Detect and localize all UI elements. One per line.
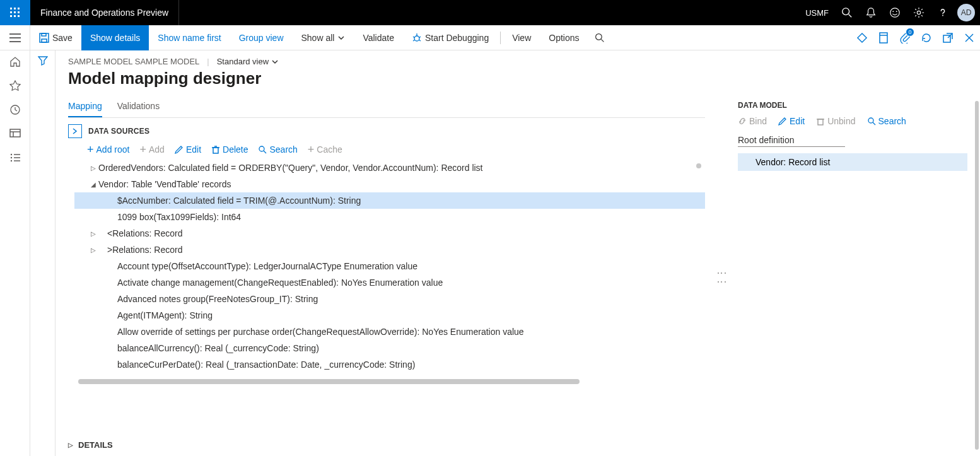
svg-point-9 <box>843 8 849 15</box>
search-button[interactable]: Search <box>258 144 297 155</box>
action-search-button[interactable] <box>588 25 611 50</box>
sidebar-modules-button[interactable] <box>9 151 21 164</box>
popout-button[interactable] <box>937 25 959 50</box>
page-title: Model mapping designer <box>68 69 967 88</box>
feedback-button[interactable] <box>883 0 907 25</box>
search-button[interactable] <box>835 0 859 25</box>
pin-button[interactable] <box>851 25 873 50</box>
nav-toggle-button[interactable] <box>0 25 30 50</box>
svg-rect-1 <box>14 8 16 9</box>
svg-line-26 <box>413 40 415 41</box>
page-scrollbar[interactable] <box>975 101 979 450</box>
options-menu-button[interactable]: Options <box>540 25 588 50</box>
svg-rect-38 <box>10 129 20 137</box>
close-button[interactable] <box>959 25 980 50</box>
details-section-toggle[interactable]: ▷ DETAILS <box>68 433 705 456</box>
svg-line-10 <box>849 15 852 18</box>
svg-rect-4 <box>14 11 16 13</box>
horizontal-scrollbar[interactable] <box>78 379 580 384</box>
chevron-right-icon <box>73 128 78 134</box>
save-icon <box>39 33 49 43</box>
global-header: Finance and Operations Preview USMF AD <box>0 0 980 25</box>
funnel-icon <box>38 56 48 66</box>
edit-button[interactable]: Edit <box>778 116 805 126</box>
page-options-button[interactable] <box>873 25 894 50</box>
sidebar-home-button[interactable] <box>9 56 21 68</box>
save-label: Save <box>52 33 73 43</box>
svg-rect-52 <box>818 119 823 125</box>
svg-point-28 <box>595 33 602 40</box>
view-selector[interactable]: Standard view <box>217 57 279 66</box>
tab-validations[interactable]: Validations <box>117 97 160 117</box>
tree-node[interactable]: balanceAllCurrency(): Real (_currencyCod… <box>74 340 705 356</box>
svg-line-29 <box>601 39 604 42</box>
svg-point-45 <box>10 160 11 161</box>
waffle-icon <box>10 8 20 18</box>
attachments-button[interactable]: 0 <box>894 25 916 50</box>
sidebar-favorites-button[interactable] <box>9 79 21 92</box>
edit-button[interactable]: Edit <box>175 144 201 155</box>
user-avatar[interactable]: AD <box>957 4 975 21</box>
start-debugging-label: Start Debugging <box>425 33 489 43</box>
svg-line-51 <box>264 151 266 153</box>
tree-indicator-icon <box>696 163 701 168</box>
close-icon <box>964 33 974 43</box>
tree-node[interactable]: ◢Vendor: Table 'VendTable' records <box>74 176 705 192</box>
data-model-item[interactable]: Vendor: Record list <box>738 153 967 171</box>
show-all-button[interactable]: Show all <box>293 25 354 50</box>
filter-bar <box>30 50 55 456</box>
data-sources-tree: ▷OrderedVendors: Calculated field = ORDE… <box>68 160 705 384</box>
app-launcher-button[interactable] <box>0 0 30 25</box>
tree-node[interactable]: 1099 box(Tax1099Fields): Int64 <box>74 209 705 225</box>
tree-node[interactable]: balanceCurPerDate(): Real (_transactionD… <box>74 356 705 373</box>
show-name-first-button[interactable]: Show name first <box>149 25 230 50</box>
filter-button[interactable] <box>38 56 48 456</box>
svg-rect-31 <box>880 33 887 43</box>
validate-button[interactable]: Validate <box>354 25 403 50</box>
start-debugging-button[interactable]: Start Debugging <box>403 25 498 50</box>
trash-icon <box>816 117 825 126</box>
tree-node[interactable]: Advanced notes group(FreeNotesGroup_IT):… <box>74 291 705 307</box>
tree-node[interactable]: Agent(ITMAgent): String <box>74 307 705 324</box>
refresh-button[interactable] <box>916 25 937 50</box>
pane-splitter[interactable]: ⋮⋮ <box>718 97 725 456</box>
company-name[interactable]: USMF <box>799 8 835 18</box>
tree-node[interactable]: Activate change management(ChangeRequest… <box>74 274 705 291</box>
view-selector-label: Standard view <box>217 57 269 66</box>
tab-mapping[interactable]: Mapping <box>68 97 102 117</box>
trash-icon <box>211 145 220 154</box>
tree-node[interactable]: ▷<Relations: Record <box>74 225 705 242</box>
search-button[interactable]: Search <box>867 116 906 126</box>
settings-button[interactable] <box>907 0 931 25</box>
sidebar-recent-button[interactable] <box>9 103 21 116</box>
svg-rect-21 <box>42 33 46 36</box>
data-model-header: DATA MODEL <box>738 101 967 110</box>
svg-rect-20 <box>42 39 47 42</box>
group-view-button[interactable]: Group view <box>230 25 293 50</box>
pencil-icon <box>175 145 184 154</box>
svg-point-41 <box>10 154 11 155</box>
smiley-icon <box>889 7 901 18</box>
pencil-icon <box>778 117 787 126</box>
data-sources-expand-button[interactable] <box>68 124 82 138</box>
add-root-button[interactable]: +Add root <box>87 144 129 155</box>
tree-node-selected[interactable]: $AccNumber: Calculated field = TRIM(@.Ac… <box>74 192 705 209</box>
notifications-button[interactable] <box>859 0 883 25</box>
bell-icon <box>865 7 877 18</box>
chevron-down-icon <box>271 58 279 66</box>
sidebar-workspaces-button[interactable] <box>9 127 21 140</box>
svg-line-55 <box>873 122 875 125</box>
show-details-button[interactable]: Show details <box>81 25 149 50</box>
save-button[interactable]: Save <box>30 25 81 50</box>
tree-node[interactable]: Allow override of settings per purchase … <box>74 324 705 340</box>
svg-rect-30 <box>858 33 866 42</box>
svg-point-22 <box>414 36 419 41</box>
tree-node[interactable]: Account type(OffsetAccountType): LedgerJ… <box>74 258 705 274</box>
chevron-down-icon <box>337 34 345 42</box>
svg-rect-3 <box>10 11 12 13</box>
tree-node[interactable]: ▷>Relations: Record <box>74 242 705 258</box>
view-menu-button[interactable]: View <box>503 25 540 50</box>
help-button[interactable] <box>931 0 955 25</box>
tree-node[interactable]: ▷OrderedVendors: Calculated field = ORDE… <box>74 160 705 176</box>
delete-button[interactable]: Delete <box>211 144 248 155</box>
